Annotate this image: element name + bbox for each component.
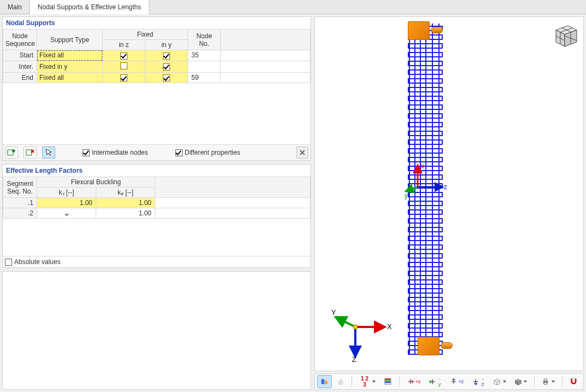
table-row[interactable]: StartFixed all35 — [3, 50, 310, 61]
cell-ky[interactable] — [37, 208, 96, 219]
nodal-supports-table[interactable]: Node Sequence Support Type Fixed Node No… — [3, 29, 310, 83]
col-ky[interactable]: kᵧ [--] — [37, 188, 96, 198]
cell-seg: .2 — [3, 208, 37, 219]
axis-Yg-label: Y — [331, 308, 336, 317]
col-node-no[interactable]: Node No. — [188, 30, 221, 50]
delete-row-button[interactable] — [24, 147, 37, 159]
pick-button[interactable] — [42, 147, 55, 159]
checkbox-icon[interactable] — [120, 52, 127, 60]
svg-rect-19 — [325, 381, 327, 384]
cell-blank — [221, 72, 310, 83]
panel-empty — [2, 271, 311, 390]
cell-seg: .1 — [3, 198, 37, 208]
svg-marker-26 — [494, 379, 499, 382]
nav-cube[interactable] — [550, 20, 580, 50]
support-bottom — [413, 335, 456, 358]
col-fixed[interactable]: Fixed — [103, 30, 188, 40]
intermediate-nodes-label: Intermediate nodes — [92, 149, 148, 156]
add-row-button[interactable] — [5, 147, 18, 159]
cell-blank — [221, 61, 310, 72]
axis-triad-local: x y z — [405, 162, 448, 200]
different-properties-checkbox[interactable]: Different properties — [175, 149, 241, 156]
nodal-supports-footbar: Intermediate nodes Different properties — [3, 144, 310, 160]
svg-rect-33 — [544, 383, 547, 384]
tb-view-xplus-button[interactable]: +x — [403, 375, 424, 388]
col-seg-no[interactable]: Segment Seq. No. — [3, 177, 37, 198]
intermediate-nodes-checkbox[interactable]: Intermediate nodes — [83, 149, 148, 156]
tb-view-zplus-button[interactable]: +z — [447, 375, 467, 388]
cell-blank — [155, 208, 310, 219]
elf-footbar: Absolute values — [3, 256, 310, 267]
cell-kz[interactable]: 1.00 — [96, 208, 155, 219]
support-top — [403, 19, 446, 42]
cell-blank — [155, 198, 310, 208]
tb-print-button[interactable] — [538, 375, 558, 388]
cell-fixed-y[interactable] — [145, 72, 188, 83]
checkbox-icon[interactable] — [120, 74, 127, 81]
svg-point-20 — [338, 380, 343, 385]
tab-nodal-supports[interactable]: Nodal Supports & Effective Lengths — [30, 0, 149, 14]
axis-x-label: x — [421, 162, 424, 170]
table-row[interactable]: .21.00 — [3, 208, 310, 219]
checkbox-icon[interactable] — [163, 52, 170, 60]
cell-fixed-y[interactable] — [145, 50, 188, 61]
absolute-values-checkbox[interactable]: Absolute values — [5, 258, 61, 266]
axis-Xg-label: X — [387, 323, 392, 331]
tb-view-zminus-button[interactable]: -z — [468, 375, 488, 388]
axis-y-label: y — [405, 192, 408, 200]
svg-rect-35 — [575, 378, 576, 380]
svg-rect-23 — [385, 378, 391, 380]
tb-magnet-button[interactable] — [566, 375, 581, 388]
axis-triad-global: X Y Z — [330, 307, 396, 362]
close-panel-button[interactable] — [296, 147, 308, 159]
tab-main-label: Main — [8, 3, 22, 11]
svg-rect-25 — [385, 382, 391, 383]
tb-view-yminus-button[interactable]: -y — [425, 375, 444, 388]
tab-main[interactable]: Main — [0, 0, 30, 14]
tb-results-button[interactable] — [317, 375, 332, 388]
cell-fixed-z[interactable] — [103, 61, 145, 72]
cell-kz[interactable]: 1.00 — [96, 198, 155, 208]
axis-Zg-label: Z — [352, 355, 356, 362]
tb-iso-button[interactable] — [490, 375, 509, 388]
panel-elf: Effective Length Factors Segment Seq. No… — [2, 164, 311, 268]
col-blank2 — [155, 177, 310, 198]
col-in-z[interactable]: in z — [103, 40, 145, 50]
cell-fixed-z[interactable] — [103, 72, 145, 83]
col-in-y[interactable]: in y — [145, 40, 188, 50]
tb-other-button[interactable] — [333, 375, 348, 388]
table-row[interactable]: .11.001.00 — [3, 198, 310, 208]
tb-numbering-button[interactable]: 1 2 3 — [356, 375, 379, 388]
table-row[interactable]: EndFixed all59 — [3, 72, 310, 83]
cell-support-type[interactable]: Fixed in y — [37, 61, 103, 72]
cell-fixed-y[interactable] — [145, 61, 188, 72]
tab-nodal-label: Nodal Supports & Effective Lengths — [38, 3, 141, 11]
table-row[interactable]: Inter.Fixed in y — [3, 61, 310, 72]
cell-node-no[interactable]: 35 — [188, 50, 221, 61]
axis-z-label: z — [444, 183, 447, 191]
checkbox-icon[interactable] — [120, 62, 127, 69]
elf-table[interactable]: Segment Seq. No. Flexural Buckling kᵧ [-… — [3, 177, 310, 219]
col-support-type[interactable]: Support Type — [37, 30, 103, 50]
col-flexural[interactable]: Flexural Buckling — [37, 177, 155, 188]
different-properties-label: Different properties — [185, 149, 241, 156]
viewport-3d[interactable]: x y z X Y Z — [314, 16, 584, 371]
cell-seq: Start — [3, 50, 37, 61]
col-kz[interactable]: kᵩ [--] — [96, 188, 155, 198]
cell-node-no[interactable]: 59 — [188, 72, 221, 83]
cell-ky[interactable]: 1.00 — [37, 198, 96, 208]
cell-fixed-z[interactable] — [103, 50, 145, 61]
tb-colors-button[interactable] — [380, 375, 395, 388]
nodal-supports-title: Nodal Supports — [3, 17, 310, 29]
col-node-seq[interactable]: Node Sequence — [3, 30, 37, 50]
svg-rect-24 — [385, 380, 391, 382]
svg-point-17 — [353, 325, 358, 329]
tb-display-mode-button[interactable] — [511, 375, 531, 388]
cell-support-type[interactable]: Fixed all — [37, 72, 103, 83]
cell-node-no[interactable] — [188, 61, 221, 72]
elf-title: Effective Length Factors — [3, 165, 310, 177]
checkbox-icon[interactable] — [163, 74, 170, 81]
checkbox-icon[interactable] — [163, 63, 170, 71]
viewport-toolbar: 1 2 3 +x -y +z -z — [314, 373, 584, 390]
cell-support-type[interactable]: Fixed all — [37, 50, 103, 61]
